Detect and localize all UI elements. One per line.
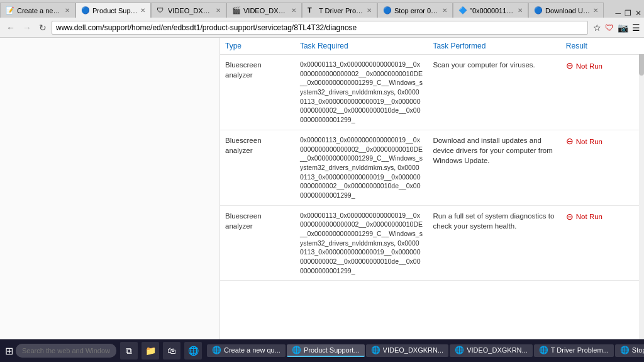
taskbar-app-label-2: VIDEO_DXGKRN...: [383, 346, 444, 354]
not-run-label-0: Not Run: [576, 61, 602, 71]
tab-favicon-video2: 🎬: [232, 6, 241, 15]
not-run-label-2: Not Run: [576, 212, 602, 222]
not-run-badge-0: ⊖ Not Run: [566, 60, 639, 72]
taskbar-app-3[interactable]: 🌐VIDEO_DXGKRN...: [450, 344, 533, 357]
refresh-button[interactable]: ↻: [36, 21, 49, 34]
taskbar-search-input[interactable]: [16, 344, 116, 358]
minimize-button[interactable]: ─: [615, 9, 621, 18]
cell-performed-0: Scan your computer for viruses.: [428, 55, 560, 130]
chrome-icon: 🌐: [188, 346, 199, 356]
chrome-button[interactable]: 🌐: [184, 342, 202, 359]
task-view-button[interactable]: ⧉: [120, 342, 138, 359]
tab-favicon-video1: 🛡: [157, 6, 165, 15]
windows-logo: ⊞: [5, 345, 13, 357]
col-header-result: Result: [561, 38, 644, 55]
taskbar-app-icon-5: 🌐: [620, 346, 630, 354]
not-run-badge-2: ⊖ Not Run: [566, 211, 639, 223]
address-bar[interactable]: [52, 21, 588, 35]
tab-driver[interactable]: T T Driver Problem... ✕: [302, 3, 377, 18]
taskbar-app-icon-2: 🌐: [371, 346, 380, 354]
not-run-icon-1: ⊖: [566, 135, 574, 148]
star-icon[interactable]: ☆: [593, 23, 601, 33]
taskbar-app-icon-0: 🌐: [212, 346, 221, 354]
back-button[interactable]: ←: [4, 21, 18, 34]
file-explorer-button[interactable]: 📁: [142, 342, 159, 359]
taskbar-app-0[interactable]: 🌐Create a new qu...: [207, 344, 286, 357]
tab-close-video1[interactable]: ✕: [216, 7, 221, 14]
tab-label-hex: "0x00000113" S...: [470, 7, 515, 14]
not-run-icon-0: ⊖: [566, 60, 574, 72]
tab-label-create: Create a new qu...: [17, 7, 62, 14]
taskbar-app-label-1: Product Support...: [304, 346, 360, 354]
taskbar-app-label-4: T Driver Problem...: [551, 346, 609, 354]
tab-create[interactable]: 📝 Create a new qu... ✕: [0, 3, 75, 18]
tab-product-support[interactable]: 🔵 Product Support... ✕: [75, 3, 151, 18]
tab-label-stop: Stop error 0x11...: [394, 7, 440, 14]
tab-hex[interactable]: 🔷 "0x00000113" S... ✕: [453, 3, 528, 18]
tab-label-video1: VIDEO_DXGKRN...: [168, 7, 213, 14]
taskbar-app-icon-3: 🌐: [455, 346, 464, 354]
close-button[interactable]: ✕: [635, 9, 641, 18]
taskbar-app-5[interactable]: 🌐Stop error 0x11...: [615, 344, 644, 357]
taskbar-app-label-3: VIDEO_DXGKRN...: [467, 346, 528, 354]
folder-icon: 📁: [145, 346, 156, 356]
store-button[interactable]: 🛍: [163, 342, 180, 359]
not-run-icon-2: ⊖: [566, 211, 574, 223]
cell-result-2: ⊖ Not Run: [561, 205, 644, 281]
taskbar-apps: 🌐Create a new qu...🌐Product Support...🌐V…: [207, 344, 644, 357]
main-area[interactable]: Type Task Required Task Performed Result…: [220, 38, 644, 362]
taskbar-quick-icons: ⧉ 📁 🛍 🌐: [120, 342, 202, 359]
tab-favicon-hex: 🔷: [458, 6, 467, 15]
tab-bar: 📝 Create a new qu... ✕ 🔵 Product Support…: [0, 0, 644, 18]
col-header-task-performed: Task Performed: [428, 38, 560, 55]
tab-download[interactable]: 🔵 Download Upda... ✕: [528, 3, 604, 18]
taskbar-app-icon-1: 🌐: [292, 346, 301, 354]
cell-result-1: ⊖ Not Run: [561, 130, 644, 205]
tab-close-hex[interactable]: ✕: [518, 7, 523, 14]
tab-stop-error[interactable]: 🔵 Stop error 0x11... ✕: [377, 3, 453, 18]
tab-favicon-driver: T: [308, 6, 316, 15]
taskbar-app-label-5: Stop error 0x11...: [632, 346, 644, 354]
tab-favicon-download: 🔵: [534, 6, 543, 15]
taskbar-app-icon-4: 🌐: [539, 346, 548, 354]
maximize-button[interactable]: ❐: [625, 9, 631, 18]
taskbar-search: [16, 344, 116, 358]
shield-icon: 🛡: [605, 23, 614, 33]
forward-button[interactable]: →: [20, 21, 34, 34]
snapshot-icon[interactable]: 📷: [618, 23, 628, 33]
tab-close-product[interactable]: ✕: [140, 7, 145, 14]
cell-task-1: 0x00000113_0x0000000000000019__0x0000000…: [295, 130, 428, 205]
menu-icon[interactable]: ☰: [632, 23, 640, 33]
start-button[interactable]: ⊞: [5, 342, 13, 359]
cell-performed-1: Download and install updates and device …: [428, 130, 560, 205]
sidebar: [0, 38, 220, 362]
cell-type-1: Bluescreen analyzer: [220, 130, 295, 205]
cell-result-0: ⊖ Not Run: [561, 55, 644, 130]
nav-icons: ☆ 🛡 📷 ☰: [593, 23, 640, 33]
tab-close-stop[interactable]: ✕: [442, 7, 447, 14]
tab-label-video2: VIDEO_DXGKRN...: [243, 7, 289, 14]
scrollbar-track: [639, 38, 644, 362]
col-header-type: Type: [220, 38, 295, 55]
taskbar-app-4[interactable]: 🌐T Driver Problem...: [534, 344, 614, 357]
tab-close-download[interactable]: ✕: [593, 7, 598, 14]
table-row: Bluescreen analyzer 0x00000113_0x0000000…: [220, 55, 644, 130]
tab-close-create[interactable]: ✕: [65, 7, 70, 14]
window-controls: ─ ❐ ✕: [611, 9, 644, 18]
tab-video1[interactable]: 🛡 VIDEO_DXGKRN... ✕: [151, 3, 226, 18]
taskbar-app-2[interactable]: 🌐VIDEO_DXGKRN...: [366, 344, 449, 357]
taskbar-app-label-0: Create a new qu...: [224, 346, 280, 354]
tab-close-driver[interactable]: ✕: [367, 7, 372, 14]
tab-favicon-product: 🔵: [81, 6, 90, 15]
tab-video2[interactable]: 🎬 VIDEO_DXGKRN... ✕: [226, 3, 302, 18]
tab-close-video2[interactable]: ✕: [291, 7, 296, 14]
taskbar-app-1[interactable]: 🌐Product Support...: [287, 344, 365, 357]
tab-favicon-create: 📝: [6, 6, 14, 15]
browser-chrome: 📝 Create a new qu... ✕ 🔵 Product Support…: [0, 0, 644, 38]
nav-bar: ← → ↻ ☆ 🛡 📷 ☰: [0, 18, 644, 38]
tab-label-driver: T Driver Problem...: [319, 7, 364, 14]
cell-type-0: Bluescreen analyzer: [220, 55, 295, 130]
cell-performed-2: Run a full set of system diagnostics to …: [428, 205, 560, 281]
col-header-task-required: Task Required: [295, 38, 428, 55]
cell-task-0: 0x00000113_0x0000000000000019__0x0000000…: [295, 55, 428, 130]
